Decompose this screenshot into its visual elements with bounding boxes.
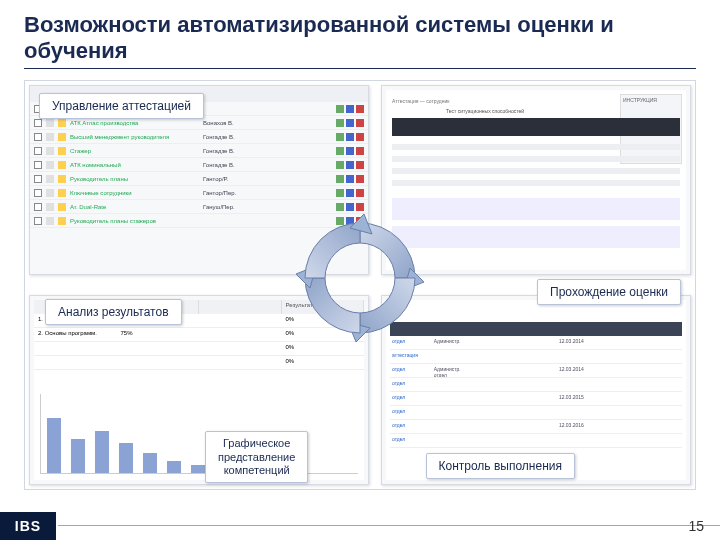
table-row: АТК номинальныйГонгадзе В. <box>30 158 368 172</box>
tag-assessment-passing: Прохождение оценки <box>537 279 681 305</box>
footer-line <box>58 525 720 526</box>
p2-darkbar <box>392 118 680 136</box>
table-row: Руководитель планыГантор/Р. <box>30 172 368 186</box>
bar <box>167 461 181 473</box>
tag-execution-control: Контроль выполнения <box>426 453 576 479</box>
table-row: Высший менеджмент руководителяГонгадзе В… <box>30 130 368 144</box>
bar <box>95 431 109 473</box>
bar <box>191 465 205 473</box>
p2-headline: Аттестация — сотрудник <box>392 98 449 104</box>
bar <box>119 443 133 473</box>
footer: IBS 15 <box>0 508 720 540</box>
tag-competency-graphics: Графическоепредставлениекомпетенций <box>205 431 308 483</box>
title-underline <box>24 68 696 69</box>
bar <box>71 439 85 473</box>
table-row: отдел12.03.2016 <box>390 420 682 434</box>
content-frame: Руководитель по финансам и экономикеАТК … <box>24 80 696 490</box>
table-row: отдел <box>390 406 682 420</box>
table-row: отделАдминистр.12.03.2014 <box>390 336 682 350</box>
p4-table-head <box>390 322 682 336</box>
table-row: отдел <box>390 378 682 392</box>
slide: Возможности автоматизированной системы о… <box>0 0 720 540</box>
table-row: отдел <box>390 434 682 448</box>
table-row: СтажерГонгадзе В. <box>30 144 368 158</box>
table-row: Ключевые сотрудникиГантор/Пер. <box>30 186 368 200</box>
cycle-diagram <box>290 208 430 348</box>
bar <box>47 418 61 473</box>
table-row: отделАдминистр. отдел12.03.2014 <box>390 364 682 378</box>
p3-bar-chart <box>40 394 358 474</box>
table-row: 0% <box>34 356 364 370</box>
bar <box>143 453 157 473</box>
p2-subtitle: Тест ситуационных способностей <box>446 108 524 114</box>
tag-results-analysis: Анализ результатов <box>45 299 182 325</box>
ibs-logo: IBS <box>0 512 56 540</box>
tag-attestation-mgmt: Управление аттестацией <box>39 93 204 119</box>
table-row: аттестация <box>390 350 682 364</box>
slide-title: Возможности автоматизированной системы о… <box>24 12 696 65</box>
page-number: 15 <box>688 518 704 534</box>
table-row: отдел12.03.2015 <box>390 392 682 406</box>
